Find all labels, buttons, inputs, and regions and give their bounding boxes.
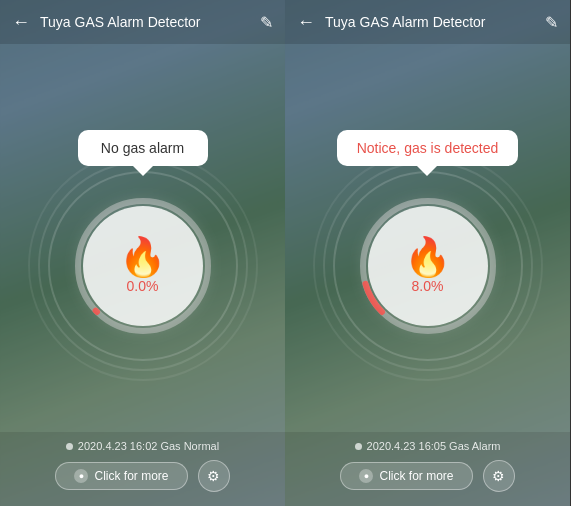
panel-alarm: ← Tuya GAS Alarm Detector ✎ Notice, gas … (285, 0, 570, 506)
status-label: 2020.4.23 16:02 Gas Normal (78, 440, 219, 452)
settings-button[interactable]: ⚙ (483, 460, 515, 492)
bottom-buttons: ● Click for more ⚙ (340, 460, 514, 492)
bottom-bar: 2020.4.23 16:05 Gas Alarm ● Click for mo… (285, 432, 570, 506)
bottom-buttons: ● Click for more ⚙ (55, 460, 229, 492)
main-circle: 🔥 8.0% (368, 206, 488, 326)
main-content: No gas alarm 🔥 0.0% (0, 44, 285, 432)
status-dot (355, 443, 362, 450)
back-button[interactable]: ← (12, 12, 30, 33)
settings-button[interactable]: ⚙ (198, 460, 230, 492)
page-title: Tuya GAS Alarm Detector (40, 14, 260, 30)
bullet-icon: ● (74, 469, 88, 483)
percentage-value: 8.0% (412, 278, 444, 294)
bullet-icon: ● (359, 469, 373, 483)
percentage-value: 0.0% (127, 278, 159, 294)
top-bar: ← Tuya GAS Alarm Detector ✎ (0, 0, 285, 44)
top-bar: ← Tuya GAS Alarm Detector ✎ (285, 0, 570, 44)
click-more-button[interactable]: ● Click for more (55, 462, 187, 490)
page-title: Tuya GAS Alarm Detector (325, 14, 545, 30)
status-text: 2020.4.23 16:05 Gas Alarm (355, 440, 501, 452)
gauge-container: 🔥 8.0% (348, 186, 508, 346)
panel-normal: ← Tuya GAS Alarm Detector ✎ No gas alarm… (0, 0, 285, 506)
main-circle: 🔥 0.0% (83, 206, 203, 326)
click-more-label: Click for more (379, 469, 453, 483)
edit-icon[interactable]: ✎ (260, 13, 273, 32)
click-more-label: Click for more (94, 469, 168, 483)
back-button[interactable]: ← (297, 12, 315, 33)
settings-icon: ⚙ (492, 468, 505, 484)
flame-icon: 🔥 (119, 238, 166, 276)
settings-icon: ⚙ (207, 468, 220, 484)
main-content: Notice, gas is detected 🔥 8.0% (285, 44, 570, 432)
status-text: 2020.4.23 16:02 Gas Normal (66, 440, 219, 452)
click-more-button[interactable]: ● Click for more (340, 462, 472, 490)
gauge-container: 🔥 0.0% (63, 186, 223, 346)
flame-icon: 🔥 (404, 238, 451, 276)
bottom-bar: 2020.4.23 16:02 Gas Normal ● Click for m… (0, 432, 285, 506)
status-label: 2020.4.23 16:05 Gas Alarm (367, 440, 501, 452)
status-dot (66, 443, 73, 450)
edit-icon[interactable]: ✎ (545, 13, 558, 32)
